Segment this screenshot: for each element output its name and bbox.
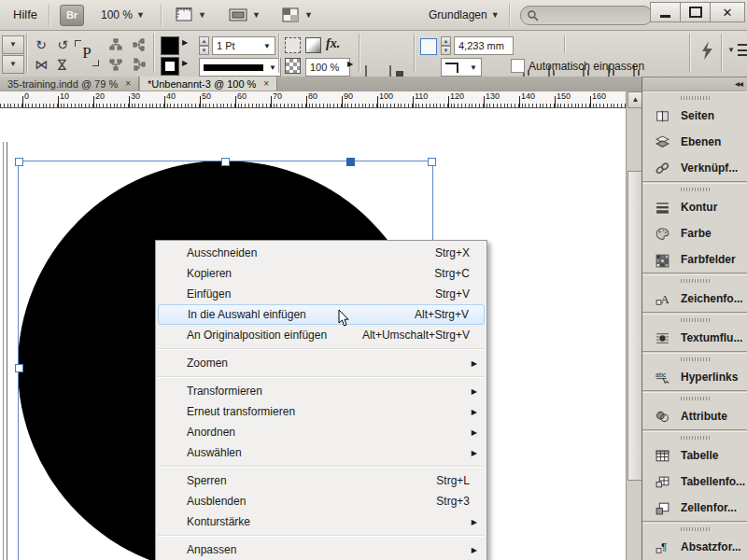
- panel-button-textumflu[interactable]: Textumflu...: [642, 325, 747, 351]
- menu-item-anordnen[interactable]: Anordnen▶: [158, 422, 485, 442]
- panel-button-verknüpf[interactable]: Verknüpf...: [642, 155, 747, 181]
- corner-radius-field[interactable]: 4,233 mm: [454, 36, 514, 55]
- panel-gripper[interactable]: [642, 184, 747, 194]
- panel-button-farbfelder[interactable]: Farbfelder: [642, 246, 747, 273]
- menu-item-erneut-transformieren[interactable]: Erneut transformieren▶: [158, 401, 485, 422]
- chevron-down-icon: ▼: [464, 63, 477, 72]
- corner-radius-stepper[interactable]: ▲▼: [441, 36, 451, 53]
- quick-apply-icon[interactable]: [700, 40, 713, 63]
- control-dropdown-top[interactable]: ▼: [2, 35, 24, 54]
- stroke-color-swatch[interactable]: [161, 57, 179, 76]
- panel-gripper[interactable]: [642, 524, 747, 534]
- control-dropdown-bottom[interactable]: ▼: [2, 55, 24, 74]
- panel-gripper[interactable]: [642, 432, 747, 442]
- search-box[interactable]: [520, 6, 653, 25]
- menu-item-anpassen[interactable]: Anpassen▶: [158, 539, 485, 560]
- opacity-flyout-arrow[interactable]: ▶: [347, 60, 353, 68]
- document-tab-2[interactable]: *Unbenannt-3 @ 100 %×: [140, 77, 277, 91]
- flip-horizontal-icon[interactable]: ⋈: [31, 55, 51, 74]
- select-next-icon[interactable]: [129, 55, 149, 74]
- screen-mode-dropdown[interactable]: ▼: [224, 6, 264, 24]
- view-options-dropdown[interactable]: ▼: [170, 6, 210, 24]
- panel-button-kontur[interactable]: Kontur: [642, 194, 747, 220]
- panel-menu-button[interactable]: ▼: [727, 44, 747, 56]
- fill-color-swatch[interactable]: [161, 36, 179, 55]
- opacity-field[interactable]: 100 %: [305, 58, 350, 77]
- panel-button-ebenen[interactable]: Ebenen: [642, 129, 747, 155]
- selection-handle-filled[interactable]: [346, 158, 355, 166]
- panel-gripper[interactable]: [642, 393, 747, 403]
- bridge-button[interactable]: Br: [60, 5, 84, 26]
- menu-item-konturstärke[interactable]: Konturstärke▶: [158, 511, 485, 532]
- zoom-level-dropdown[interactable]: 100 % ▼: [97, 6, 148, 24]
- selection-handle-top-left[interactable]: [15, 158, 23, 166]
- rotate-cw-icon[interactable]: ↻: [31, 35, 51, 54]
- document-tab-1[interactable]: 35-training.indd @ 79 %×: [0, 77, 139, 91]
- arrange-documents-dropdown[interactable]: ▼: [276, 6, 317, 24]
- close-button[interactable]: ✕: [710, 2, 745, 22]
- corner-shape-dropdown[interactable]: ▼: [441, 58, 482, 77]
- selection-handle-top-right[interactable]: [428, 158, 436, 166]
- panel-gripper[interactable]: [642, 92, 747, 103]
- panel-button-zeichenfo[interactable]: AZeichenfo...: [642, 286, 747, 312]
- stroke-flyout-arrow[interactable]: ▶: [182, 59, 188, 67]
- menu-item-sperren[interactable]: SperrenStrg+L: [158, 470, 485, 491]
- panel-button-attribute[interactable]: Attribute: [642, 403, 747, 429]
- vertical-scrollbar[interactable]: ▲: [626, 91, 642, 560]
- tab-close-icon[interactable]: ×: [125, 78, 131, 89]
- ruler-major-tick: [555, 96, 556, 107]
- menu-item-auswählen[interactable]: Auswählen▶: [158, 442, 485, 463]
- minimize-button[interactable]: [650, 2, 681, 22]
- panel-gripper[interactable]: [642, 275, 747, 286]
- panel-button-label: Absatzfor...: [681, 540, 741, 553]
- fill-flyout-arrow[interactable]: ▶: [182, 38, 188, 47]
- menu-item-kopieren[interactable]: KopierenStrg+C: [158, 263, 485, 284]
- selection-handle-middle-left[interactable]: [15, 364, 23, 372]
- panel-button-seiten[interactable]: Seiten: [642, 103, 747, 129]
- panel-button-tabelle[interactable]: Tabelle: [642, 442, 747, 469]
- panel-button-absatzfor[interactable]: ¶Absatzfor...: [642, 534, 747, 560]
- select-previous-icon[interactable]: [129, 35, 149, 54]
- maximize-button[interactable]: [680, 2, 711, 22]
- horizontal-ruler[interactable]: 0102030405060708090100110120130140150160…: [0, 91, 626, 108]
- effects-icon[interactable]: fx.: [326, 36, 340, 51]
- select-content-icon[interactable]: [106, 55, 126, 74]
- stroke-weight-stepper[interactable]: ▲▼: [199, 36, 209, 53]
- menu-item-transformieren[interactable]: Transformieren▶: [158, 381, 485, 401]
- panel-group: SeitenEbenenVerknüpf...: [642, 91, 747, 182]
- panel-gripper[interactable]: [642, 354, 747, 364]
- panel-button-tabellenfo[interactable]: Tabellenfo...: [642, 469, 747, 495]
- transparency-icon[interactable]: [285, 37, 301, 53]
- submenu-arrow-icon: ▶: [472, 354, 477, 374]
- corner-options-icon: [420, 38, 437, 55]
- tab-close-icon[interactable]: ×: [263, 78, 269, 89]
- collapse-panels-icon[interactable]: ◂◂: [735, 78, 742, 89]
- panel-gripper[interactable]: [642, 315, 747, 325]
- menu-item-einfügen[interactable]: EinfügenStrg+V: [158, 284, 485, 304]
- stroke-style-dropdown[interactable]: ▼: [199, 58, 281, 77]
- panel-button-hyperlinks[interactable]: abcHyperlinks: [642, 364, 747, 390]
- flip-vertical-icon[interactable]: ⋈: [53, 54, 72, 75]
- ruler-number: 100: [379, 91, 393, 101]
- submenu-arrow-icon: ▶: [472, 443, 477, 464]
- select-container-icon[interactable]: [106, 35, 126, 54]
- rotate-ccw-icon[interactable]: ↺: [52, 35, 73, 54]
- panel-button-zellenfor[interactable]: Zellenfor...: [642, 495, 747, 521]
- menu-item-label: Einfügen: [187, 287, 231, 301]
- panel-button-farbe[interactable]: Farbe: [642, 220, 747, 246]
- menu-item-ausblenden[interactable]: AusblendenStrg+3: [158, 491, 485, 511]
- autofit-checkbox[interactable]: [511, 59, 525, 73]
- reference-point-proxy[interactable]: P: [75, 38, 99, 68]
- selection-handle-top-center[interactable]: [221, 158, 230, 166]
- menu-hilfe[interactable]: Hilfe: [13, 7, 37, 21]
- stroke-weight-field[interactable]: 1 Pt ▼: [212, 36, 275, 55]
- menu-item-ausschneiden[interactable]: AusschneidenStrg+X: [158, 243, 485, 263]
- menu-item-an-originalposition-einfügen[interactable]: An Originalposition einfügenAlt+Umschalt…: [158, 325, 485, 345]
- panel-button-label: Kontur: [681, 201, 717, 214]
- menu-item-in-die-auswahl-einfügen[interactable]: In die Auswahl einfügenAlt+Strg+V: [158, 304, 485, 325]
- gradient-feather-icon[interactable]: [305, 37, 321, 53]
- opacity-checker-icon[interactable]: [285, 58, 301, 74]
- workspace-switcher[interactable]: Grundlagen ▼: [425, 6, 503, 24]
- menu-item-zoomen[interactable]: Zoomen▶: [158, 353, 485, 373]
- search-input[interactable]: [539, 9, 636, 22]
